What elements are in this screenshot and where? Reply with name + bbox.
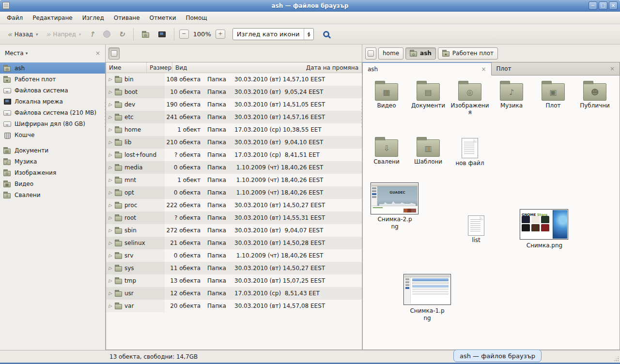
- expander-icon[interactable]: [108, 102, 113, 107]
- up-button[interactable]: ↑: [85, 29, 98, 40]
- back-dropdown-icon[interactable]: ▾: [35, 32, 38, 37]
- folder-item[interactable]: Изображения: [449, 79, 491, 116]
- home-button[interactable]: [139, 29, 153, 40]
- breadcrumb-home-button[interactable]: home: [378, 47, 403, 60]
- stop-button[interactable]: [100, 28, 114, 40]
- folder-item[interactable]: Плот: [532, 79, 574, 116]
- expander-icon[interactable]: [108, 291, 113, 296]
- column-header[interactable]: Вид: [172, 62, 303, 73]
- menu-item[interactable]: Помощ: [181, 13, 212, 23]
- table-row[interactable]: bin 108 обекта Папка 30.03.2010 (вт) 14,…: [106, 73, 362, 86]
- text-file-icon[interactable]: [468, 215, 484, 236]
- computer-button[interactable]: [155, 29, 169, 40]
- close-icon[interactable]: ×: [609, 1, 618, 10]
- image-thumbnail-snimka[interactable]: GNOME Store: [520, 209, 568, 240]
- sidebar-item[interactable]: Работен плот: [0, 74, 105, 85]
- sidebar-item[interactable]: Изображения: [0, 167, 105, 178]
- table-row[interactable]: proc 222 обекта Папка 30.03.2010 (вт) 14…: [106, 199, 362, 212]
- file-label[interactable]: Снимка.png: [523, 242, 566, 249]
- forward-dropdown-icon[interactable]: ▾: [78, 32, 81, 37]
- expander-icon[interactable]: [108, 303, 113, 308]
- back-button[interactable]: « Назад ▾: [4, 29, 41, 40]
- folder-item[interactable]: Публични: [574, 79, 616, 116]
- table-row[interactable]: etc 241 обекта Папка 30.03.2010 (вт) 14,…: [106, 111, 362, 123]
- sidebar-item[interactable]: Файлова система (210 MB): [0, 107, 105, 118]
- menu-item[interactable]: Отметки: [145, 13, 181, 23]
- expander-icon[interactable]: [108, 215, 113, 220]
- sidebar-item[interactable]: Документи: [0, 145, 105, 156]
- table-row[interactable]: tmp 13 обекта Папка 30.03.2010 (вт) 15,0…: [106, 274, 362, 287]
- file-label[interactable]: list: [458, 237, 494, 244]
- expander-icon[interactable]: [108, 127, 113, 132]
- expander-icon[interactable]: [108, 165, 113, 170]
- sidebar-item[interactable]: Свалени: [0, 189, 105, 200]
- sidebar-item[interactable]: Файлова система: [0, 85, 105, 96]
- expander-icon[interactable]: [108, 278, 113, 283]
- tab-close-icon[interactable]: ×: [481, 66, 486, 73]
- expander-icon[interactable]: [108, 152, 113, 157]
- forward-button[interactable]: » Напред ▾: [43, 29, 84, 40]
- file-label[interactable]: Снимка-1.png: [409, 307, 446, 322]
- sidebar-item[interactable]: Локална мрежа: [0, 96, 105, 107]
- expander-icon[interactable]: [108, 178, 113, 182]
- expander-icon[interactable]: [108, 266, 113, 271]
- sidebar-item[interactable]: Шифриран дял (80 GB): [0, 118, 105, 129]
- table-row[interactable]: selinux 21 обекта Папка 30.03.2010 (вт) …: [106, 237, 362, 249]
- view-mode-select[interactable]: Изглед като икони ▲▼: [232, 28, 314, 40]
- column-header[interactable]: Дата на промяна: [303, 62, 362, 73]
- expander-icon[interactable]: [108, 190, 113, 195]
- expander-icon[interactable]: [108, 90, 113, 94]
- breadcrumb-root-button[interactable]: [365, 47, 376, 60]
- table-row[interactable]: home 1 обект Папка 17.03.2010 (ср) 10,38…: [106, 123, 362, 136]
- search-button[interactable]: [320, 28, 333, 41]
- table-row[interactable]: usr 12 обекта Папка 17.03.2010 (ср) 8,51…: [106, 287, 362, 300]
- expander-icon[interactable]: [108, 77, 113, 82]
- tab-ash[interactable]: ash ×: [362, 62, 492, 76]
- sidebar-title[interactable]: Места: [5, 50, 24, 57]
- column-header[interactable]: Размер: [147, 62, 172, 73]
- sidebar-item[interactable]: Видео: [0, 178, 105, 189]
- table-row[interactable]: dev 190 обекта Папка 30.03.2010 (вт) 14,…: [106, 98, 362, 111]
- table-row[interactable]: sys 11 обекта Папка 30.03.2010 (вт) 14,5…: [106, 262, 362, 274]
- table-row[interactable]: sbin 272 обекта Папка 30.03.2010 (вт) 9,…: [106, 224, 362, 237]
- sidebar-close-icon[interactable]: ×: [95, 50, 100, 57]
- breadcrumb-current-button[interactable]: ash: [405, 47, 436, 60]
- chevron-down-icon[interactable]: ▾: [26, 51, 28, 56]
- breadcrumb-root-button[interactable]: [108, 47, 120, 60]
- resize-grip[interactable]: [613, 356, 619, 362]
- menu-item[interactable]: Файл: [2, 13, 28, 23]
- breadcrumb-desktop-button[interactable]: Работен плот: [438, 47, 498, 60]
- table-row[interactable]: mnt 1 обект Папка 1.10.2009 (чт) 18,40,2…: [106, 174, 362, 186]
- table-row[interactable]: boot 10 обекта Папка 30.03.2010 (вт) 9,0…: [106, 86, 362, 98]
- menu-item[interactable]: Редактиране: [28, 13, 78, 23]
- folder-item[interactable]: Видео: [366, 79, 407, 116]
- table-row[interactable]: srv 0 обекта Папка 1.10.2009 (чт) 18,40,…: [106, 249, 362, 262]
- image-thumbnail-snimka1[interactable]: [403, 274, 451, 305]
- table-row[interactable]: lib 210 обекта Папка 30.03.2010 (вт) 9,0…: [106, 136, 362, 149]
- table-row[interactable]: opt 0 обекта Папка 1.10.2009 (чт) 18,40,…: [106, 186, 362, 199]
- expander-icon[interactable]: [108, 228, 113, 233]
- expander-icon[interactable]: [108, 115, 113, 120]
- combo-spinner-icon[interactable]: ▲▼: [304, 29, 313, 40]
- zoom-in-button[interactable]: +: [216, 30, 225, 39]
- expander-icon[interactable]: [108, 140, 113, 145]
- tab-close-icon[interactable]: ×: [610, 65, 615, 72]
- expander-icon[interactable]: [108, 241, 113, 245]
- image-thumbnail-snimka2[interactable]: GUADEC: [371, 182, 418, 214]
- icon-canvas[interactable]: Видео Документи Изображения: [362, 76, 620, 350]
- sidebar-item[interactable]: ash: [0, 62, 105, 74]
- sidebar-item[interactable]: Музика: [0, 156, 105, 167]
- minimize-icon[interactable]: −: [589, 1, 597, 10]
- reload-button[interactable]: ↻: [115, 29, 128, 40]
- sidebar-item[interactable]: Кошче: [0, 129, 105, 140]
- tab-plot[interactable]: Плот ×: [492, 62, 620, 76]
- table-row[interactable]: media 0 обекта Папка 1.10.2009 (чт) 18,4…: [106, 161, 362, 174]
- column-header[interactable]: Име: [106, 62, 147, 73]
- menu-item[interactable]: Изглед: [78, 13, 109, 23]
- expander-icon[interactable]: [108, 203, 113, 208]
- folder-item[interactable]: Документи: [407, 79, 449, 116]
- folder-item[interactable]: Свалени: [366, 136, 407, 167]
- folder-item[interactable]: Шаблони: [407, 136, 449, 167]
- maximize-icon[interactable]: □: [599, 1, 607, 10]
- table-row[interactable]: var 20 обекта Папка 30.03.2010 (вт) 14,5…: [106, 300, 362, 312]
